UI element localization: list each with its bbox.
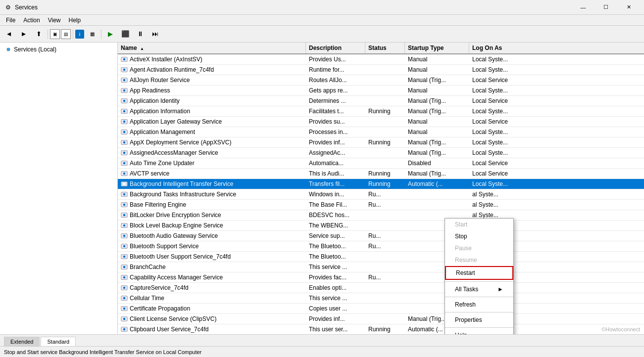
table-row[interactable]: Client License Service (ClipSVC) Provide…: [118, 314, 644, 324]
table-row[interactable]: CaptureService_7c4fd Enables opti... al …: [118, 283, 644, 293]
service-startup: [405, 189, 469, 199]
table-row[interactable]: Certificate Propagation Copies user ... …: [118, 304, 644, 314]
service-logon: Local Syste...: [469, 179, 529, 189]
service-logon: Local Service: [469, 75, 529, 85]
service-name: Clipboard User Service_7c4fd: [130, 326, 208, 333]
table-row[interactable]: Bluetooth User Support Service_7c4fd The…: [118, 252, 644, 262]
service-desc: Gets apps re...: [306, 86, 365, 95]
menu-help[interactable]: Help: [65, 16, 85, 25]
service-status: [365, 148, 405, 158]
service-logon: Local Syste...: [469, 54, 529, 64]
service-logon: al Syste...: [469, 200, 529, 210]
context-menu-item-refresh[interactable]: Refresh: [445, 299, 513, 311]
toolbar-info[interactable]: i: [75, 30, 84, 39]
service-icon: [121, 97, 128, 104]
context-menu-item-restart[interactable]: Restart: [445, 266, 513, 280]
col-description[interactable]: Description: [306, 43, 365, 53]
table-row[interactable]: Capability Access Manager Service Provid…: [118, 272, 644, 283]
col-name[interactable]: Name ▲: [118, 43, 306, 53]
table-row[interactable]: Background Tasks Infrastructure Service …: [118, 189, 644, 200]
service-icon: [121, 66, 128, 73]
close-button[interactable]: ✕: [617, 0, 640, 15]
table-row[interactable]: BranchCache This service ... twork S...: [118, 262, 644, 272]
menu-action[interactable]: Action: [19, 16, 44, 25]
tab-extended[interactable]: Extended: [4, 337, 40, 346]
toolbar-stop[interactable]: ⬛: [118, 27, 132, 41]
sidebar-item-services-local[interactable]: Services (Local): [2, 45, 115, 54]
table-row[interactable]: Application Information Facilitates t...…: [118, 106, 644, 117]
toolbar-list[interactable]: ▦: [85, 27, 99, 41]
table-row[interactable]: Application Management Processes in... M…: [118, 127, 644, 137]
svg-point-21: [123, 152, 125, 154]
minimize-button[interactable]: —: [572, 0, 594, 15]
service-desc: Automatica...: [306, 158, 365, 168]
service-logon: Local Syste...: [469, 127, 529, 137]
service-status: [365, 75, 405, 85]
table-row[interactable]: AllJoyn Router Service Routes AllJo... M…: [118, 75, 644, 86]
service-desc: This service ...: [306, 262, 365, 272]
svg-point-41: [123, 256, 125, 258]
menu-file[interactable]: File: [2, 16, 19, 25]
table-row[interactable]: AppX Deployment Service (AppXSVC) Provid…: [118, 137, 644, 148]
svg-point-43: [123, 266, 125, 268]
toolbar-forward[interactable]: ►: [17, 27, 31, 41]
service-startup: Manual (Trig...: [405, 96, 469, 106]
service-name-cell: Background Tasks Infrastructure Service: [118, 189, 306, 199]
svg-point-17: [123, 131, 125, 133]
toolbar-run[interactable]: ▶: [103, 27, 117, 41]
status-text: Stop and Start service Background Intell…: [4, 349, 201, 355]
menu-view[interactable]: View: [44, 16, 65, 25]
service-desc: The WBENG...: [306, 221, 365, 230]
table-row[interactable]: AssignedAccessManager Service AssignedAc…: [118, 148, 644, 158]
table-row[interactable]: Auto Time Zone Updater Automatica... Dis…: [118, 158, 644, 169]
table-row[interactable]: Base Filtering Engine The Base Fil... Ru…: [118, 200, 644, 210]
col-startup-type[interactable]: Startup Type: [405, 43, 469, 53]
table-row[interactable]: Application Layer Gateway Service Provid…: [118, 117, 644, 127]
toolbar-restart[interactable]: ⏭: [148, 27, 162, 41]
col-status[interactable]: Status: [365, 43, 405, 53]
context-menu-item-stop[interactable]: Stop: [445, 230, 513, 242]
context-menu-separator: [445, 297, 513, 297]
service-desc: Provides fac...: [306, 272, 365, 282]
service-logon: al Syste...: [469, 189, 529, 199]
toolbar-back[interactable]: ◄: [2, 27, 16, 41]
table-row[interactable]: Block Level Backup Engine Service The WB…: [118, 221, 644, 231]
service-name: AssignedAccessManager Service: [130, 149, 218, 156]
table-row[interactable]: Application Identity Determines ... Manu…: [118, 96, 644, 106]
maximize-button[interactable]: ☐: [594, 0, 617, 15]
service-status: [365, 262, 405, 272]
service-name-cell: Agent Activation Runtime_7c4fd: [118, 65, 306, 75]
svg-point-31: [123, 204, 125, 206]
toolbar-view[interactable]: ▤: [61, 29, 71, 39]
service-name-cell: Block Level Backup Engine Service: [118, 221, 306, 230]
toolbar-up[interactable]: ⬆: [32, 27, 46, 41]
service-name-cell: Background Intelligent Transfer Service: [118, 179, 306, 189]
table-row[interactable]: Bluetooth Audio Gateway Service Service …: [118, 231, 644, 241]
context-menu-item-all-tasks[interactable]: All Tasks►: [445, 283, 513, 295]
table-row[interactable]: App Readiness Gets apps re... Manual Loc…: [118, 86, 644, 96]
table-row[interactable]: ActiveX Installer (AxInstSV) Provides Us…: [118, 54, 644, 65]
context-menu-item-properties[interactable]: Properties: [445, 314, 513, 326]
table-row[interactable]: Cellular Time This service ... al Servic…: [118, 293, 644, 304]
svg-point-45: [123, 276, 125, 278]
toolbar-pause[interactable]: ⏸: [133, 27, 147, 41]
tab-standard[interactable]: Standard: [41, 337, 76, 346]
col-logon-as[interactable]: Log On As: [469, 43, 529, 53]
service-icon: [121, 170, 128, 177]
table-row[interactable]: Clipboard User Service_7c4fd This user s…: [118, 324, 644, 334]
svg-point-55: [123, 328, 125, 330]
table-row[interactable]: AVCTP service This is Audi... Running Ma…: [118, 169, 644, 179]
table-row[interactable]: Bluetooth Support Service The Bluetoo...…: [118, 241, 644, 252]
table-row[interactable]: Background Intelligent Transfer Service …: [118, 179, 644, 189]
table-row[interactable]: Agent Activation Runtime_7c4fd Runtime f…: [118, 65, 644, 75]
service-status: Running: [365, 179, 405, 189]
toolbar-show-hide-console[interactable]: ▣: [50, 29, 60, 39]
context-menu-item-help[interactable]: Help: [445, 329, 513, 334]
service-name: App Readiness: [130, 87, 170, 94]
service-icon: [121, 326, 128, 333]
service-name-cell: AssignedAccessManager Service: [118, 148, 306, 158]
service-desc: Provides inf...: [306, 314, 365, 324]
service-status: Running: [365, 169, 405, 178]
svg-point-23: [123, 162, 125, 164]
table-row[interactable]: BitLocker Drive Encryption Service BDESV…: [118, 210, 644, 221]
